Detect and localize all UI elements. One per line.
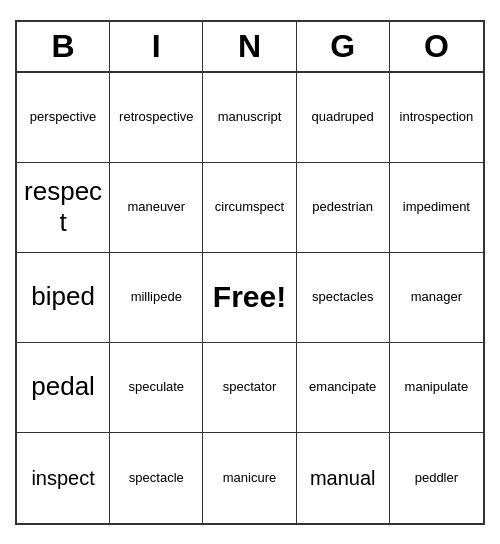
bingo-cell-10: biped [17,253,110,343]
bingo-cell-22: manicure [203,433,296,523]
cell-text-23: manual [310,466,376,490]
bingo-cell-11: millipede [110,253,203,343]
cell-text-5: respect [21,176,105,238]
cell-text-24: peddler [415,470,458,486]
cell-text-14: manager [411,289,462,305]
cell-text-12: Free! [213,279,286,315]
bingo-cell-24: peddler [390,433,483,523]
bingo-cell-21: spectacle [110,433,203,523]
header-letter-o: O [390,22,483,71]
cell-text-4: introspection [400,109,474,125]
header-letter-g: G [297,22,390,71]
cell-text-7: circumspect [215,199,284,215]
bingo-cell-4: introspection [390,73,483,163]
cell-text-6: maneuver [127,199,185,215]
cell-text-9: impediment [403,199,470,215]
cell-text-3: quadruped [312,109,374,125]
header-letter-i: I [110,22,203,71]
bingo-header: BINGO [17,22,483,73]
bingo-cell-6: maneuver [110,163,203,253]
bingo-cell-18: emancipate [297,343,390,433]
bingo-cell-19: manipulate [390,343,483,433]
cell-text-15: pedal [31,371,95,402]
bingo-cell-1: retrospective [110,73,203,163]
cell-text-1: retrospective [119,109,193,125]
bingo-cell-7: circumspect [203,163,296,253]
bingo-cell-9: impediment [390,163,483,253]
bingo-cell-13: spectacles [297,253,390,343]
bingo-cell-16: speculate [110,343,203,433]
bingo-cell-20: inspect [17,433,110,523]
cell-text-13: spectacles [312,289,373,305]
cell-text-11: millipede [131,289,182,305]
bingo-cell-15: pedal [17,343,110,433]
bingo-cell-14: manager [390,253,483,343]
cell-text-20: inspect [31,466,94,490]
bingo-cell-23: manual [297,433,390,523]
cell-text-19: manipulate [405,379,469,395]
cell-text-18: emancipate [309,379,376,395]
bingo-cell-2: manuscript [203,73,296,163]
bingo-grid: perspectiveretrospectivemanuscriptquadru… [17,73,483,523]
cell-text-2: manuscript [218,109,282,125]
cell-text-17: spectator [223,379,276,395]
bingo-cell-5: respect [17,163,110,253]
bingo-cell-0: perspective [17,73,110,163]
header-letter-b: B [17,22,110,71]
cell-text-10: biped [31,281,95,312]
bingo-cell-3: quadruped [297,73,390,163]
cell-text-22: manicure [223,470,276,486]
cell-text-8: pedestrian [312,199,373,215]
cell-text-0: perspective [30,109,96,125]
cell-text-16: speculate [128,379,184,395]
bingo-cell-12: Free! [203,253,296,343]
bingo-cell-17: spectator [203,343,296,433]
bingo-cell-8: pedestrian [297,163,390,253]
cell-text-21: spectacle [129,470,184,486]
bingo-card: BINGO perspectiveretrospectivemanuscript… [15,20,485,525]
header-letter-n: N [203,22,296,71]
